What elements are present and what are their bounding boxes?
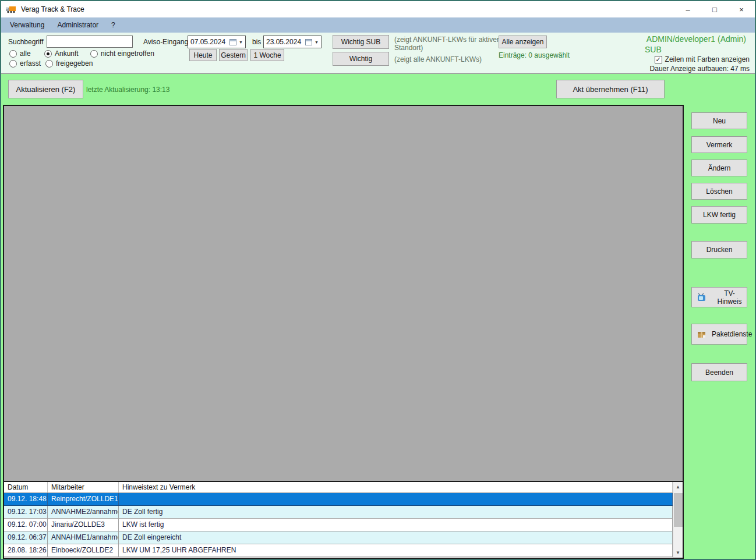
eintraege-status: Einträge: 0 ausgewählt [499,51,570,59]
calendar-icon [305,39,312,45]
user-info-line2: SUB [645,45,662,54]
filter-panel: Suchbegriff alle Ankunft nicht eingetrof… [1,33,755,73]
window-controls: – □ × [674,1,755,17]
bis-label: bis [252,38,261,46]
date-to-value: 23.05.2024 [266,38,301,46]
cell-datum: 09.12. 18:48 [4,493,48,505]
farben-checkbox-label: Zeilen mit Farben anzeigen [665,55,750,63]
action-bar: Aktualisieren (F2) letzte Aktualisierung… [1,73,755,105]
menu-administrator[interactable]: Administrator [51,19,105,31]
beenden-button[interactable]: Beenden [691,363,747,381]
cell-datum: 09.12. 07:00 [4,519,48,531]
app-window: Verag Track & Trace – □ × Verwaltung Adm… [0,0,756,560]
cell-hinweis: LKW UM 17,25 UHR ABGEFAHREN [119,544,673,557]
loeschen-button[interactable]: Löschen [691,183,747,200]
table-row[interactable]: 09.12. 17:03ANNAHME2/annahme2DE Zoll fer… [4,506,673,519]
radio-circle[interactable] [90,50,98,58]
drucken-button[interactable]: Drucken [691,241,747,258]
wichtig-button[interactable]: Wichtig [333,52,389,66]
table-row[interactable]: 09.12. 07:00Jinariu/ZOLLDE3LKW ist ferti… [4,519,673,531]
scroll-up-icon[interactable]: ▲ [673,482,683,492]
vermerk-table-body: 09.12. 18:48Reinprecht/ZOLLDE109.12. 17:… [4,493,673,557]
window-title: Verag Track & Trace [21,5,84,13]
cell-mitarbeiter: ANNAHME2/annahme2 [48,506,119,518]
lkw-list-area[interactable] [4,106,683,481]
titlebar: Verag Track & Trace – □ × [1,1,755,17]
radio-label: nicht eingetroffen [101,49,154,58]
vermerk-button[interactable]: Vermerk [691,136,747,153]
table-scrollbar[interactable]: ▲ ▼ [673,482,683,558]
column-header-mitarbeiter[interactable]: Mitarbeiter [48,482,119,492]
menubar: Verwaltung Administrator ? [1,17,755,33]
table-row[interactable]: 09.12. 18:48Reinprecht/ZOLLDE1 [4,493,673,506]
cell-hinweis: DE Zoll eingereicht [119,531,673,544]
chevron-down-icon[interactable]: ▼ [315,40,319,44]
radio-label: freigegeben [56,59,93,68]
heute-button[interactable]: Heute [189,49,217,61]
cell-datum: 09.12. 06:37 [4,531,48,544]
wichtig-hint: (zeigt alle ANKUNFT-LKWs) [394,55,482,63]
tv-hinweis-button[interactable]: TV-Hinweis [691,287,747,307]
scroll-down-icon[interactable]: ▼ [673,548,683,558]
radio-circle[interactable] [44,50,52,58]
aendern-button[interactable]: Ändern [691,160,747,176]
table-header: Datum Mitarbeiter Hinweistext zu Vermerk [4,482,673,493]
tv-hinweis-label: TV-Hinweis [712,289,747,306]
cell-hinweis [119,493,673,505]
table-row[interactable]: 28.08. 18:26Einboeck/ZOLLDE2LKW UM 17,25… [4,544,673,557]
user-info-line1: ADMIN/developer1 (Admin) [647,34,746,44]
aktualisieren-button[interactable]: Aktualisieren (F2) [8,80,83,98]
radio-circle[interactable] [9,60,17,68]
cell-hinweis: DE Zoll fertig [119,506,673,518]
maximize-button[interactable]: □ [701,1,728,17]
date-from-value: 07.05.2024 [190,38,225,46]
search-label: Suchbegriff [8,38,44,46]
cell-datum: 09.12. 17:03 [4,506,48,518]
cell-mitarbeiter: ANNAHME1/annahme1 [48,531,119,544]
cell-mitarbeiter: Einboeck/ZOLLDE2 [48,544,119,557]
chevron-down-icon[interactable]: ▼ [239,40,243,44]
radio-circle[interactable] [45,60,53,68]
neu-button[interactable]: Neu [691,112,747,129]
last-refresh-status: letzte Aktualisierung: 13:13 [86,86,169,94]
radio-freigegeben[interactable]: freigegeben [45,59,93,68]
vermerk-table: Datum Mitarbeiter Hinweistext zu Vermerk… [4,481,683,558]
radio-erfasst[interactable]: erfasst [9,59,41,68]
scrollbar-thumb[interactable] [674,493,683,527]
radio-circle[interactable] [9,50,17,58]
radio-label: erfasst [20,59,41,68]
table-row[interactable]: 09.12. 06:37ANNAHME1/annahme1DE Zoll ein… [4,531,673,544]
wichtig-sub-hint: (zeigt ANKUNFT-LKWs für aktiven Standort… [394,36,511,52]
paketdienste-label: Paketdienste [712,330,752,338]
farben-checkbox[interactable] [655,56,662,63]
gestern-button[interactable]: Gestern [219,49,248,61]
farben-checkbox-row[interactable]: Zeilen mit Farben anzeigen [655,55,750,63]
radio-label: alle [20,49,31,58]
workspace: Datum Mitarbeiter Hinweistext zu Vermerk… [3,105,684,559]
radio-alle[interactable]: alle [9,49,31,58]
woche-button[interactable]: 1 Woche [250,49,284,61]
wichtig-sub-button[interactable]: Wichtig SUB [333,35,389,49]
tv-icon [697,293,706,302]
column-header-hinweistext[interactable]: Hinweistext zu Vermerk [119,482,673,492]
radio-nicht-eingetroffen[interactable]: nicht eingetroffen [90,49,154,58]
menu-help[interactable]: ? [105,19,122,31]
akt-uebernehmen-button[interactable]: Akt übernehmen (F11) [556,80,665,98]
paketdienste-button[interactable]: Paketdienste [691,324,747,345]
radio-ankunft[interactable]: Ankunft [44,49,79,58]
column-header-datum[interactable]: Datum [4,482,48,492]
dauer-status: Dauer Anzeige aufbauen: 47 ms [650,65,750,73]
lkw-fertig-button[interactable]: LKW fertig [691,206,747,224]
menu-verwaltung[interactable]: Verwaltung [3,19,51,31]
date-to-picker[interactable]: 23.05.2024 ▼ [263,36,322,48]
minimize-button[interactable]: – [674,1,701,17]
cell-hinweis: LKW ist fertig [119,519,673,531]
truck-icon [6,6,16,13]
aviso-label: Aviso-Eingang [143,38,188,46]
close-button[interactable]: × [728,1,755,17]
date-from-picker[interactable]: 07.05.2024 ▼ [188,36,246,48]
alle-anzeigen-button[interactable]: Alle anzeigen [499,36,547,48]
cell-datum: 28.08. 18:26 [4,544,48,557]
radio-label: Ankunft [55,49,79,58]
search-input[interactable] [47,36,133,48]
